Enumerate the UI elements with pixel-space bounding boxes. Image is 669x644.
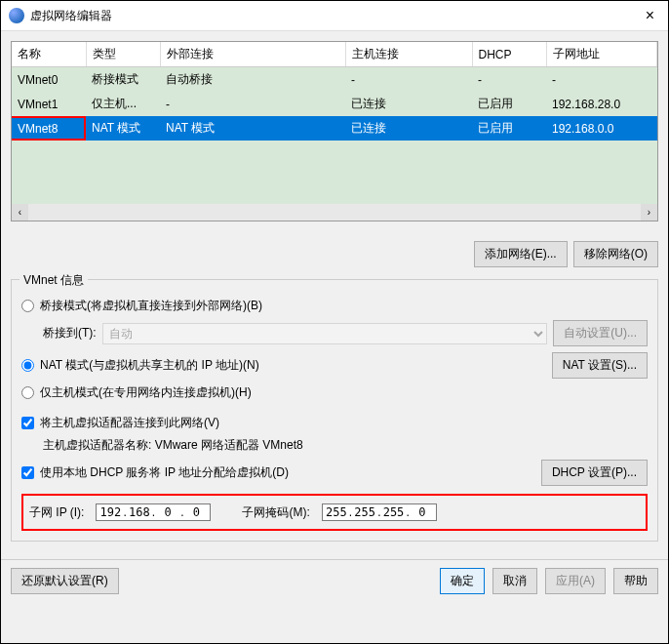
hostonly-mode-radio-label[interactable]: 仅主机模式(在专用网络内连接虚拟机)(H) — [21, 384, 252, 401]
subnet-ip-field[interactable]: . . . — [96, 503, 211, 521]
subnet-mask-label: 子网掩码(M): — [242, 504, 309, 521]
mask-octet-1[interactable] — [325, 505, 348, 519]
ip-octet-3[interactable] — [156, 505, 179, 519]
cell-host: 已连接 — [345, 116, 472, 141]
mask-octet-3[interactable] — [382, 505, 406, 519]
col-ext[interactable]: 外部连接 — [160, 42, 345, 67]
cell-type: NAT 模式 — [86, 116, 160, 141]
titlebar: 虚拟网络编辑器 × — [1, 1, 668, 31]
close-icon[interactable]: × — [640, 7, 660, 24]
col-type[interactable]: 类型 — [86, 42, 160, 67]
bridge-mode-radio-label[interactable]: 桥接模式(将虚拟机直接连接到外部网络)(B) — [21, 298, 262, 314]
cell-host: 已连接 — [345, 92, 472, 116]
bridge-mode-radio[interactable] — [21, 300, 34, 312]
cell-name: VMnet8 — [12, 116, 86, 141]
mask-octet-2[interactable] — [353, 505, 376, 519]
cell-dhcp: - — [472, 67, 546, 92]
auto-settings-button: 自动设置(U)... — [553, 320, 648, 346]
remove-network-button[interactable]: 移除网络(O) — [573, 241, 658, 267]
cell-ext: 自动桥接 — [160, 67, 345, 92]
cell-subnet: 192.168.28.0 — [546, 92, 657, 116]
scroll-track[interactable] — [28, 204, 641, 221]
cell-type: 桥接模式 — [86, 67, 160, 92]
dialog-buttons: 还原默认设置(R) 确定 取消 应用(A) 帮助 — [1, 559, 668, 602]
col-subnet[interactable]: 子网地址 — [546, 42, 657, 67]
nat-mode-radio[interactable] — [21, 359, 34, 372]
col-dhcp[interactable]: DHCP — [472, 42, 546, 67]
nat-settings-button[interactable]: NAT 设置(S)... — [552, 352, 648, 379]
scroll-left-icon[interactable]: ‹ — [12, 204, 28, 221]
subnet-ip-label: 子网 IP (I): — [29, 504, 84, 521]
subnet-mask-field[interactable]: . . . — [322, 503, 437, 521]
cell-host: - — [345, 67, 472, 92]
dhcp-checkbox[interactable] — [21, 466, 34, 479]
dhcp-settings-button[interactable]: DHCP 设置(P)... — [541, 460, 648, 486]
col-name[interactable]: 名称 — [12, 42, 86, 67]
restore-defaults-button[interactable]: 还原默认设置(R) — [11, 568, 119, 594]
horizontal-scrollbar[interactable]: ‹ › — [12, 204, 657, 221]
table-row[interactable]: VMnet8NAT 模式NAT 模式已连接已启用192.168.0.0 — [12, 116, 657, 141]
subnet-row: 子网 IP (I): . . . 子网掩码(M): . . . — [21, 494, 648, 531]
mask-octet-4[interactable] — [411, 505, 434, 519]
cell-subnet: 192.168.0.0 — [546, 116, 657, 141]
cancel-button[interactable]: 取消 — [492, 568, 537, 594]
ip-octet-4[interactable] — [184, 505, 208, 519]
cell-dhcp: 已启用 — [472, 116, 546, 141]
apply-button[interactable]: 应用(A) — [545, 568, 606, 594]
window-title: 虚拟网络编辑器 — [30, 8, 640, 24]
vmnet-info-fieldset: VMnet 信息 桥接模式(将虚拟机直接连接到外部网络)(B) 桥接到(T): … — [11, 279, 658, 542]
dhcp-checkbox-label[interactable]: 使用本地 DHCP 服务将 IP 地址分配给虚拟机(D) — [21, 464, 289, 481]
table-row[interactable]: VMnet0桥接模式自动桥接--- — [12, 67, 657, 92]
cell-name: VMnet0 — [12, 67, 86, 92]
table-header-row[interactable]: 名称 类型 外部连接 主机连接 DHCP 子网地址 — [12, 42, 657, 67]
table-row[interactable]: VMnet1仅主机...-已连接已启用192.168.28.0 — [12, 92, 657, 116]
host-adapter-name: 主机虚拟适配器名称: VMware 网络适配器 VMnet8 — [43, 437, 303, 454]
ok-button[interactable]: 确定 — [440, 568, 485, 594]
ip-octet-2[interactable] — [128, 505, 151, 519]
cell-subnet: - — [546, 67, 657, 92]
hostonly-mode-radio[interactable] — [21, 386, 34, 399]
cell-ext: - — [160, 92, 345, 116]
cell-name: VMnet1 — [12, 92, 86, 116]
fieldset-legend: VMnet 信息 — [20, 272, 88, 289]
bridge-to-combo: 自动 — [102, 323, 548, 344]
help-button[interactable]: 帮助 — [613, 568, 658, 594]
app-icon — [9, 8, 24, 23]
ip-octet-1[interactable] — [98, 505, 122, 519]
bridge-to-label: 桥接到(T): — [43, 325, 97, 342]
add-network-button[interactable]: 添加网络(E)... — [474, 241, 568, 267]
col-host[interactable]: 主机连接 — [345, 42, 472, 67]
cell-ext: NAT 模式 — [160, 116, 345, 141]
cell-dhcp: 已启用 — [472, 92, 546, 116]
network-table: 名称 类型 外部连接 主机连接 DHCP 子网地址 VMnet0桥接模式自动桥接… — [11, 41, 658, 221]
scroll-right-icon[interactable]: › — [641, 204, 657, 221]
nat-mode-radio-label[interactable]: NAT 模式(与虚拟机共享主机的 IP 地址)(N) — [21, 357, 259, 374]
cell-type: 仅主机... — [86, 92, 160, 116]
host-adapter-checkbox[interactable] — [21, 417, 34, 429]
host-adapter-checkbox-label[interactable]: 将主机虚拟适配器连接到此网络(V) — [21, 415, 219, 431]
